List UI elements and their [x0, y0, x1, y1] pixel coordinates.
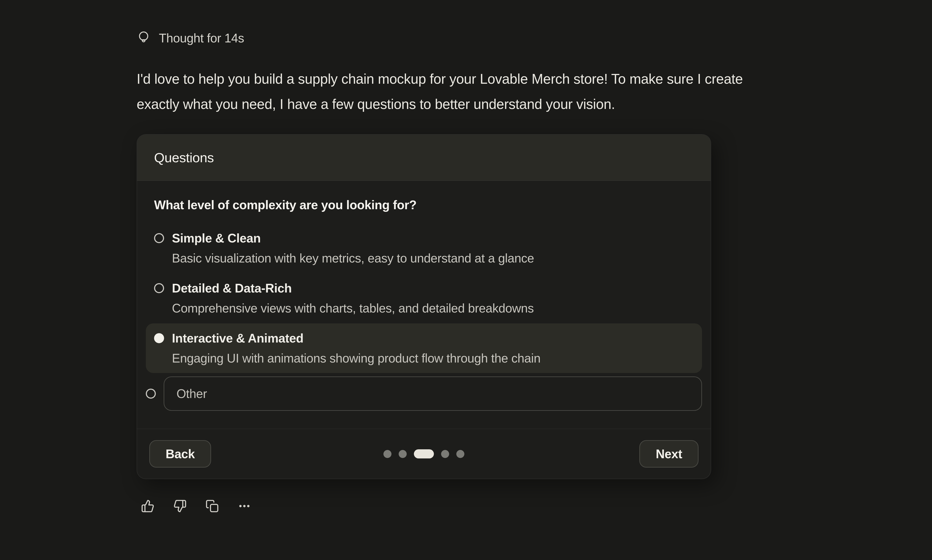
more-options-button[interactable]	[237, 499, 251, 513]
radio-button-icon[interactable]	[154, 233, 164, 243]
assistant-message: I'd love to help you build a supply chai…	[137, 66, 881, 117]
option-interactive-animated[interactable]: Interactive & Animated Engaging UI with …	[146, 323, 702, 373]
option-simple-clean[interactable]: Simple & Clean Basic visualization with …	[146, 223, 702, 273]
message-line: exactly what you need, I have a few ques…	[137, 92, 881, 117]
question-text: What level of complexity are you looking…	[154, 198, 694, 212]
message-actions	[141, 499, 251, 513]
thought-summary[interactable]: Thought for 14s	[137, 31, 244, 46]
questions-card-footer: Back Next	[137, 429, 711, 478]
option-description: Comprehensive views with charts, tables,…	[172, 298, 534, 318]
other-option-input[interactable]	[164, 377, 702, 411]
pagination-dot[interactable]	[441, 450, 449, 458]
back-button[interactable]: Back	[149, 440, 211, 468]
thought-label: Thought for 14s	[159, 31, 244, 45]
option-detailed-data-rich[interactable]: Detailed & Data-Rich Comprehensive views…	[146, 273, 702, 323]
next-button[interactable]: Next	[639, 440, 698, 468]
pagination-dot-active[interactable]	[414, 449, 434, 458]
questions-card-header: Questions	[137, 135, 711, 181]
option-title: Detailed & Data-Rich	[172, 278, 534, 298]
pagination-dot[interactable]	[456, 450, 464, 458]
questions-card-body: What level of complexity are you looking…	[137, 181, 711, 429]
pagination-dots	[384, 449, 464, 458]
message-line: I'd love to help you build a supply chai…	[137, 66, 881, 92]
questions-card: Questions What level of complexity are y…	[137, 134, 711, 479]
pagination-dot[interactable]	[399, 450, 407, 458]
card-title: Questions	[154, 150, 214, 165]
option-title: Simple & Clean	[172, 228, 534, 248]
more-options-icon	[237, 499, 251, 513]
option-description: Basic visualization with key metrics, ea…	[172, 248, 534, 268]
thumbs-down-button[interactable]	[173, 499, 187, 513]
option-title: Interactive & Animated	[172, 328, 541, 348]
thumbs-up-icon	[141, 499, 154, 513]
thumbs-down-icon	[173, 499, 187, 513]
option-other[interactable]	[146, 377, 702, 411]
thumbs-up-button[interactable]	[141, 499, 154, 513]
radio-button-icon[interactable]	[146, 389, 156, 398]
option-description: Engaging UI with animations showing prod…	[172, 348, 541, 368]
pagination-dot[interactable]	[384, 450, 391, 458]
radio-button-icon[interactable]	[154, 283, 164, 293]
copy-icon	[205, 499, 219, 513]
radio-button-selected-icon[interactable]	[154, 333, 164, 343]
copy-button[interactable]	[205, 499, 219, 513]
lightbulb-icon	[137, 31, 151, 46]
